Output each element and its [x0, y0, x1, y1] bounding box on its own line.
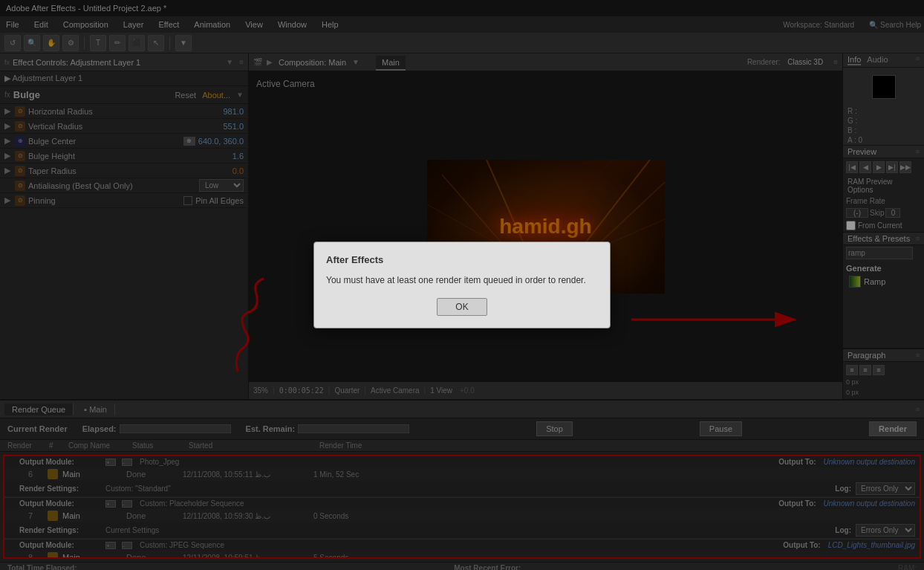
dialog-footer: OK — [326, 298, 598, 316]
dialog-title: After Effects — [326, 254, 598, 265]
dialog-message: You must have at least one render item q… — [326, 274, 598, 287]
dialog-box: After Effects You must have at least one… — [313, 242, 611, 329]
dialog-overlay: After Effects You must have at least one… — [0, 0, 924, 570]
dialog-ok-button[interactable]: OK — [437, 298, 487, 316]
